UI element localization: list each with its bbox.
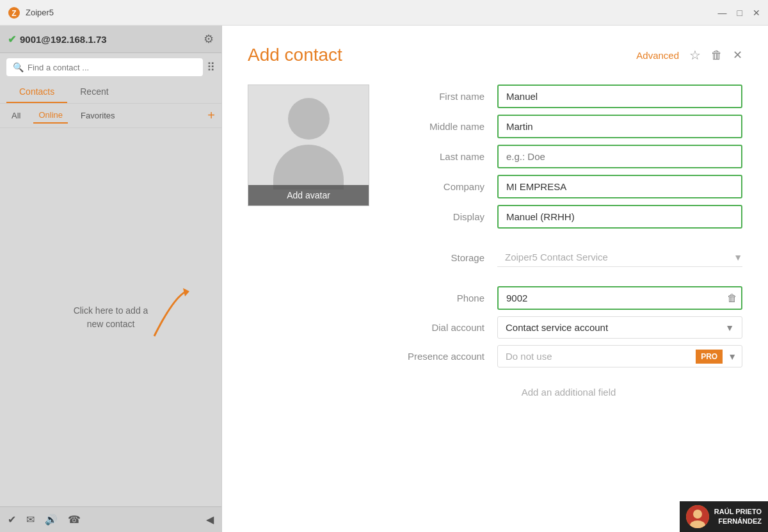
form-area: Add avatar First name Middle name Last n… xyxy=(248,85,742,398)
phone-input-wrapper: 🗑 xyxy=(497,286,742,310)
filter-online[interactable]: Online xyxy=(33,108,68,124)
titlebar-controls: — □ ✕ xyxy=(718,8,760,18)
watermark-name: RAÚL PRIETO xyxy=(714,508,762,515)
sidebar-header: ✔ 9001@192.168.1.73 ⚙ xyxy=(0,26,221,53)
filter-favorites[interactable]: Favorites xyxy=(76,108,120,123)
phone-row: Phone 🗑 xyxy=(395,286,742,310)
header-actions: Advanced ☆ 🗑 ✕ xyxy=(636,47,742,63)
phone-label: Phone xyxy=(395,293,497,303)
status-bar: ✔ ✉ 🔊 ☎ ◀ xyxy=(0,506,221,532)
middle-name-row: Middle name xyxy=(395,115,742,138)
watermark-surname: FERNÁNDEZ xyxy=(718,517,762,525)
account-name: ✔ 9001@192.168.1.73 xyxy=(8,33,107,45)
presence-account-group: Do not use PRO ▼ xyxy=(497,345,742,367)
titlebar-left: Z Zoiper5 xyxy=(8,6,54,19)
avatar-person-graphic xyxy=(248,98,369,189)
settings-icon[interactable]: ⚙ xyxy=(204,32,214,46)
grid-view-icon[interactable]: ⠿ xyxy=(207,60,215,74)
first-name-input[interactable] xyxy=(497,85,742,108)
phone-delete-icon[interactable]: 🗑 xyxy=(727,293,737,304)
dial-account-row: Dial account Contact service account ▼ xyxy=(395,316,742,339)
watermark-avatar xyxy=(686,505,709,528)
presence-account-value: Do not use xyxy=(498,346,696,367)
collapse-sidebar-button[interactable]: ◀ xyxy=(206,513,214,526)
volume-icon[interactable]: 🔊 xyxy=(45,513,58,526)
presence-dropdown-arrow[interactable]: ▼ xyxy=(723,351,742,362)
company-label: Company xyxy=(395,181,497,192)
main-layout: ✔ 9001@192.168.1.73 ⚙ 🔍 ⠿ Contacts Recen… xyxy=(0,26,768,532)
app-title: Zoiper5 xyxy=(26,8,54,17)
last-name-label: Last name xyxy=(395,151,497,162)
svg-marker-2 xyxy=(183,288,189,296)
close-form-icon[interactable]: ✕ xyxy=(733,48,742,62)
add-field-link[interactable]: Add an additional field xyxy=(395,387,742,398)
tab-contacts[interactable]: Contacts xyxy=(6,81,67,103)
filter-row: All Online Favorites + xyxy=(0,104,221,128)
presence-account-label: Presence account xyxy=(395,351,497,362)
storage-dropdown-arrow[interactable]: ▼ xyxy=(733,252,742,262)
avatar-section: Add avatar xyxy=(248,85,369,398)
form-fields: First name Middle name Last name Company xyxy=(395,85,742,398)
dial-account-select[interactable]: Contact service account ▼ xyxy=(497,316,742,339)
first-name-row: First name xyxy=(395,85,742,108)
content-header: Add contact Advanced ☆ 🗑 ✕ xyxy=(248,45,742,65)
avatar-box: Add avatar xyxy=(248,85,369,206)
filter-all[interactable]: All xyxy=(6,108,26,123)
display-input[interactable] xyxy=(497,205,742,229)
tab-recent[interactable]: Recent xyxy=(67,81,121,103)
last-name-input[interactable] xyxy=(497,145,742,168)
app-logo: Z xyxy=(8,6,20,19)
pro-badge[interactable]: PRO xyxy=(696,350,723,364)
delete-contact-icon[interactable]: 🗑 xyxy=(711,49,723,62)
watermark: RAÚL PRIETO FERNÁNDEZ xyxy=(680,501,768,532)
add-avatar-button[interactable]: Add avatar xyxy=(248,185,369,206)
page-title: Add contact xyxy=(248,45,342,65)
dial-account-arrow-icon: ▼ xyxy=(725,323,734,333)
search-input[interactable] xyxy=(28,63,196,72)
middle-name-label: Middle name xyxy=(395,121,497,132)
avatar-head xyxy=(288,98,330,140)
dial-account-label: Dial account xyxy=(395,322,497,333)
maximize-button[interactable]: □ xyxy=(737,8,742,18)
company-input[interactable] xyxy=(497,175,742,198)
svg-point-4 xyxy=(693,510,702,519)
add-contact-hint: Click here to add a new contact xyxy=(74,304,148,331)
status-check-icon[interactable]: ✔ xyxy=(8,513,16,526)
middle-name-input[interactable] xyxy=(497,115,742,138)
avatar-body xyxy=(273,145,344,189)
company-row: Company xyxy=(395,175,742,198)
display-label: Display xyxy=(395,211,497,222)
storage-label: Storage xyxy=(395,252,497,263)
presence-account-row: Presence account Do not use PRO ▼ xyxy=(395,345,742,367)
display-row: Display xyxy=(395,205,742,229)
status-check-icon: ✔ xyxy=(8,33,16,45)
contacts-tabs: Contacts Recent xyxy=(0,81,221,104)
close-window-button[interactable]: ✕ xyxy=(753,8,760,18)
search-icon: 🔍 xyxy=(13,62,24,72)
account-label: 9001@192.168.1.73 xyxy=(20,34,107,45)
search-bar: 🔍 xyxy=(6,58,203,76)
hint-line2: new contact xyxy=(87,319,135,329)
last-name-row: Last name xyxy=(395,145,742,168)
favorite-star-icon[interactable]: ☆ xyxy=(689,47,701,63)
phone-input[interactable] xyxy=(497,286,742,310)
hint-line1: Click here to add a xyxy=(74,305,148,316)
advanced-link[interactable]: Advanced xyxy=(636,50,679,61)
minimize-button[interactable]: — xyxy=(718,8,727,18)
sidebar: ✔ 9001@192.168.1.73 ⚙ 🔍 ⠿ Contacts Recen… xyxy=(0,26,222,532)
message-icon[interactable]: ✉ xyxy=(26,513,35,526)
titlebar: Z Zoiper5 — □ ✕ xyxy=(0,0,768,26)
dial-account-value: Contact service account xyxy=(506,322,725,333)
arrow-decoration xyxy=(148,285,199,349)
svg-text:Z: Z xyxy=(12,9,16,18)
phone-icon[interactable]: ☎ xyxy=(68,513,81,526)
sidebar-content: Click here to add a new contact xyxy=(0,128,221,506)
storage-select-wrapper: Zoiper5 Contact Service ▼ xyxy=(497,248,742,267)
add-filter-button[interactable]: + xyxy=(207,108,215,123)
storage-value: Zoiper5 Contact Service xyxy=(497,252,733,262)
watermark-text: RAÚL PRIETO FERNÁNDEZ xyxy=(714,507,762,527)
first-name-label: First name xyxy=(395,91,497,102)
storage-row: Storage Zoiper5 Contact Service ▼ xyxy=(395,248,742,267)
main-content: Add contact Advanced ☆ 🗑 ✕ Add avatar xyxy=(222,26,768,532)
